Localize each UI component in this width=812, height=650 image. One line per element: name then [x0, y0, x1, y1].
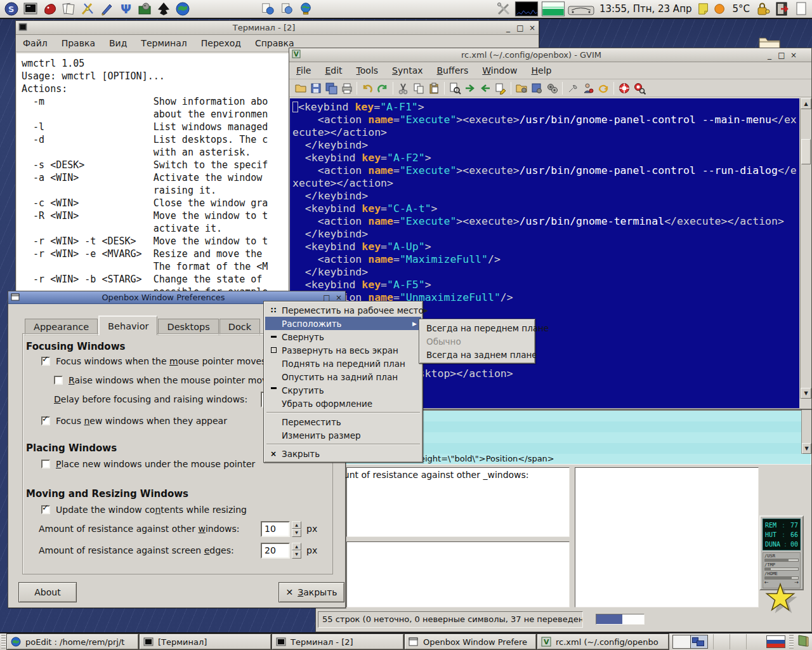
gvim-menu-Buffers[interactable]: Buffers — [430, 65, 476, 76]
cut-icon[interactable] — [396, 81, 411, 95]
gvim-titlebar[interactable]: V rc.xml (~/.config/openbox) - GVIM _ □ … — [289, 48, 811, 62]
gimp-launcher-icon[interactable] — [136, 1, 153, 17]
close-button[interactable]: ✕Закрыть — [278, 582, 344, 602]
spin-input[interactable]: 10 — [261, 521, 290, 537]
checked-checkbox[interactable]: ✓ — [41, 416, 50, 425]
taskbar-grip[interactable] — [1, 635, 6, 649]
terminal-menu-Переход[interactable]: Переход — [194, 38, 248, 48]
terminal-menu-Правка[interactable]: Правка — [55, 38, 102, 48]
terminal-menu-Справка[interactable]: Справка — [248, 38, 301, 48]
terminal-menu-Вид[interactable]: Вид — [102, 38, 134, 48]
gvim-menu-Edit[interactable]: Edit — [318, 65, 349, 76]
menu-item-Поднять на передний план[interactable]: Поднять на передний план — [265, 357, 421, 370]
gvim-menu-Help[interactable]: Help — [525, 65, 559, 76]
load-session-icon[interactable] — [514, 81, 529, 95]
open-icon[interactable] — [293, 81, 308, 95]
minimize-icon[interactable]: _ — [504, 24, 512, 32]
paste-icon[interactable] — [426, 81, 442, 95]
page-icon[interactable] — [793, 1, 809, 17]
gvim-scrollbar[interactable]: ▲ ▼ — [800, 98, 811, 399]
lock-icon[interactable] — [755, 1, 771, 17]
notes-tray-icon[interactable] — [796, 633, 810, 650]
keyboard-layout-flag-icon[interactable] — [766, 635, 785, 648]
gvim-menu-Tools[interactable]: Tools — [350, 65, 386, 76]
help-icon[interactable] — [617, 81, 632, 95]
menu-item-Развернуть на весь экран[interactable]: Развернуть на весь экран — [265, 343, 421, 357]
taskbar-task[interactable]: Openbox Window Prefere — [405, 634, 536, 649]
submenu-item-Всегда на заднем плане[interactable]: Всегда на заднем плане — [421, 348, 534, 361]
doc-globe2-launcher-icon[interactable] — [278, 1, 295, 17]
about-button[interactable]: About — [18, 582, 77, 602]
spin-up-icon[interactable]: ▲ — [292, 521, 301, 529]
modem-icon[interactable] — [568, 1, 594, 17]
replace-icon[interactable] — [493, 81, 508, 95]
psi-launcher-icon[interactable]: Ψ — [117, 1, 134, 17]
menu-item-Скрутить[interactable]: Скрутить — [265, 383, 421, 397]
doc-globe-launcher-icon[interactable] — [259, 1, 276, 17]
maximize-icon[interactable]: □ — [778, 51, 785, 59]
scroll-down-icon[interactable]: ▼ — [802, 443, 811, 454]
desktop-pager[interactable] — [672, 635, 708, 649]
taskbar-task[interactable]: Терминал - [2] — [272, 634, 403, 649]
red-creature-launcher-icon[interactable] — [41, 1, 58, 17]
terminal-titlebar[interactable]: Терминал - [2] _ □ × — [16, 21, 539, 35]
pager-desktop-1[interactable] — [673, 635, 690, 648]
spin-down-icon[interactable]: ▼ — [292, 550, 301, 559]
checked-checkbox[interactable]: ✓ — [41, 505, 50, 514]
run-script-icon[interactable] — [544, 81, 560, 95]
tab-behavior[interactable]: Behavior — [98, 315, 157, 335]
menu-item-Свернуть[interactable]: Свернуть — [265, 330, 421, 343]
spinner-buttons[interactable]: ▲▼ — [292, 521, 301, 537]
system-monitor-widget[interactable]: REM:77HUT:66DUNA:00 /USR/TMP/HOME←→ — [759, 515, 804, 590]
tag-jump-icon[interactable] — [596, 81, 611, 95]
menu-item-Расположить[interactable]: Расположить▶ — [265, 317, 421, 330]
minimize-icon[interactable]: _ — [766, 51, 773, 59]
star-icon[interactable] — [763, 581, 799, 620]
scrollbar-thumb[interactable] — [801, 139, 811, 164]
maximize-icon[interactable]: □ — [516, 24, 524, 32]
scroll-up-icon[interactable]: ▲ — [801, 98, 811, 109]
save-icon[interactable] — [308, 81, 324, 95]
unchecked-checkbox[interactable] — [54, 376, 63, 385]
checked-checkbox[interactable]: ✓ — [41, 357, 50, 366]
pencil-launcher-icon[interactable] — [98, 1, 115, 17]
minimize-icon[interactable]: _ — [311, 294, 318, 302]
globe-launcher-icon[interactable] — [174, 1, 191, 17]
poedit-translation-pane[interactable] — [346, 541, 570, 607]
menu-item-Опустить на задний план[interactable]: Опустить на задний план — [265, 370, 421, 383]
taskbar-task[interactable]: [Терминал] — [140, 634, 271, 649]
run-ctags-icon[interactable] — [580, 81, 596, 95]
redo-icon[interactable] — [375, 81, 390, 95]
terminal-menu-Файл[interactable]: Файл — [16, 38, 55, 48]
submenu-item-Всегда на переднем плане[interactable]: Всегда на переднем плане — [421, 321, 534, 335]
menu-item-Переместить на рабочее место[interactable]: ∷Переместить на рабочее место▶ — [265, 303, 421, 317]
print-icon[interactable] — [339, 81, 354, 95]
gvim-menu-Syntax[interactable]: Syntax — [385, 65, 429, 76]
undo-icon[interactable] — [360, 81, 375, 95]
find-next-icon[interactable] — [462, 81, 478, 95]
menu-item-Переместить[interactable]: Переместить — [265, 415, 421, 428]
close-icon[interactable]: × — [790, 51, 797, 59]
terminal-menu-Терминал[interactable]: Терминал — [134, 38, 193, 48]
submenu-item-Обычно[interactable]: Обычно — [421, 335, 534, 348]
terminal-launcher-icon[interactable] — [22, 1, 39, 17]
unchecked-checkbox[interactable] — [41, 460, 50, 468]
menu-item-Убрать оформление[interactable]: Убрать оформление — [265, 397, 421, 410]
logout-icon[interactable] — [774, 1, 790, 17]
cpu-monitor-icon[interactable] — [514, 1, 539, 17]
spin-down-icon[interactable]: ▼ — [292, 529, 301, 537]
note-icon[interactable] — [697, 1, 710, 17]
save-session-icon[interactable] — [529, 81, 544, 95]
maximize-icon[interactable]: □ — [323, 294, 331, 302]
find-icon[interactable] — [447, 81, 462, 95]
spinner-buttons[interactable]: ▲▼ — [292, 543, 301, 559]
find-prev-icon[interactable] — [478, 81, 493, 95]
spin-input[interactable]: 20 — [261, 543, 290, 559]
tools-icon[interactable] — [495, 1, 512, 17]
gvim-menu-File[interactable]: File — [289, 65, 318, 76]
gvim-menu-Window[interactable]: Window — [475, 65, 524, 76]
scroll-down-icon[interactable]: ▼ — [801, 388, 811, 399]
save-all-icon[interactable] — [324, 81, 339, 95]
menu-item-Изменить размер[interactable]: Изменить размер — [265, 428, 421, 442]
find-help-icon[interactable] — [632, 81, 647, 95]
